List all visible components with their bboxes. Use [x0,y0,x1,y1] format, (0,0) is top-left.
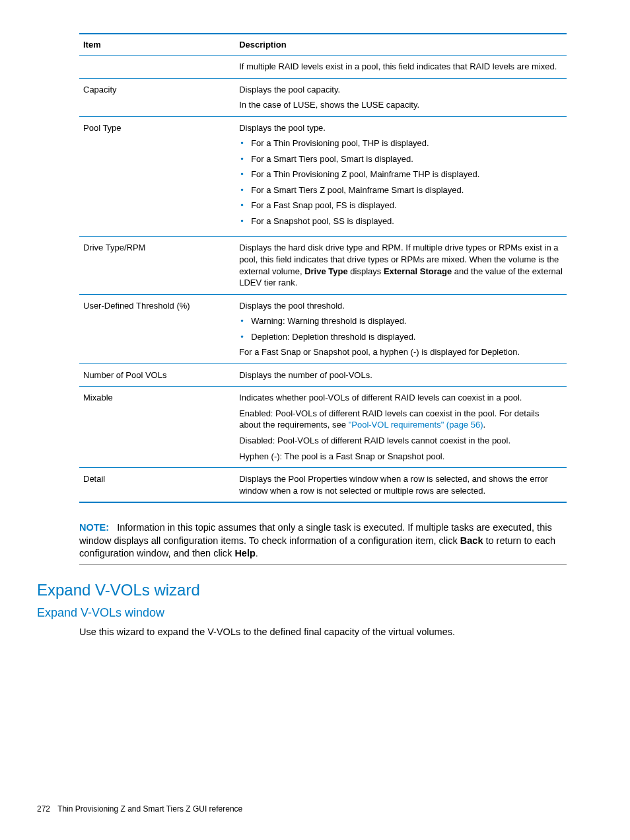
bold-text: Help [234,548,255,558]
cell-desc-line: Indicates whether pool-VOLs of different… [239,392,563,404]
link-text[interactable]: "Pool-VOL requirements" (page 56) [349,420,483,430]
cell-desc: Displays the pool threshold. Warning: Wa… [235,294,567,363]
bold-text: Back [460,535,483,546]
cell-desc-line: Disabled: Pool-VOLs of different RAID le… [239,435,563,447]
section-heading: Expand V-VOLs wizard [37,581,567,599]
cell-item: Mixable [79,387,235,468]
col-header-description: Description [235,34,567,56]
cell-desc-text: displays [348,266,384,276]
cell-item: Number of Pool VOLs [79,363,235,387]
cell-desc-line: Hyphen (-): The pool is a Fast Snap or S… [239,451,563,463]
bullet-list: For a Thin Provisioning pool, THP is dis… [239,137,563,227]
cell-item: Pool Type [79,116,235,237]
cell-desc-line: Enabled: Pool-VOLs of different RAID lev… [239,408,563,431]
cell-desc-line: Displays the pool type. [239,122,563,134]
list-item: Depletion: Depletion threshold is displa… [239,331,563,343]
cell-desc-line: Displays the pool threshold. [239,300,563,312]
list-item: For a Snapshot pool, SS is displayed. [239,215,563,227]
bold-text: External Storage [384,266,452,276]
cell-desc: Displays the pool type. For a Thin Provi… [235,116,567,237]
table-row: Drive Type/RPM Displays the hard disk dr… [79,237,567,294]
body-paragraph: Use this wizard to expand the V-VOLs to … [79,627,567,637]
cell-desc: Indicates whether pool-VOLs of different… [235,387,567,468]
cell-desc-text: . [483,420,486,430]
cell-desc: Displays the pool capacity. In the case … [235,78,567,116]
properties-table: Item Description If multiple RAID levels… [79,33,567,503]
list-item: For a Fast Snap pool, FS is displayed. [239,200,563,211]
table-row: Mixable Indicates whether pool-VOLs of d… [79,387,567,468]
col-header-item: Item [79,34,235,56]
cell-desc-line: In the case of LUSE, shows the LUSE capa… [239,99,563,111]
cell-item: User-Defined Threshold (%) [79,294,235,363]
table-row: Capacity Displays the pool capacity. In … [79,78,567,116]
bullet-list: Warning: Warning threshold is displayed.… [239,315,563,342]
table-row: If multiple RAID levels exist in a pool,… [79,56,567,79]
note-block: NOTE: Information in this topic assumes … [79,521,567,565]
table-row: User-Defined Threshold (%) Displays the … [79,294,567,363]
subsection-heading: Expand V-VOLs window [37,606,567,620]
page-number: 272 [37,804,50,814]
cell-item [79,56,235,79]
list-item: For a Smart Tiers Z pool, Mainframe Smar… [239,184,563,196]
note-text: . [256,548,258,558]
cell-desc-line: For a Fast Snap or Snapshot pool, a hyph… [239,346,563,358]
table-row: Number of Pool VOLs Displays the number … [79,363,567,387]
list-item: For a Thin Provisioning Z pool, Mainfram… [239,169,563,180]
list-item: Warning: Warning threshold is displayed. [239,315,563,327]
cell-desc: Displays the hard disk drive type and RP… [235,237,567,294]
list-item: For a Smart Tiers pool, Smart is display… [239,153,563,165]
cell-desc: Displays the Pool Properties window when… [235,468,567,503]
cell-desc: Displays the number of pool-VOLs. [235,363,567,387]
table-row: Detail Displays the Pool Properties wind… [79,468,567,503]
cell-desc: If multiple RAID levels exist in a pool,… [235,56,567,79]
note-label: NOTE: [79,522,109,533]
list-item: For a Thin Provisioning pool, THP is dis… [239,137,563,149]
table-row: Pool Type Displays the pool type. For a … [79,116,567,237]
bold-text: Drive Type [304,266,348,276]
cell-desc-line: Displays the pool capacity. [239,84,563,96]
footer-title: Thin Provisioning Z and Smart Tiers Z GU… [57,804,242,814]
page-footer: 272 Thin Provisioning Z and Smart Tiers … [37,804,242,814]
cell-item: Detail [79,468,235,503]
cell-item: Drive Type/RPM [79,237,235,294]
cell-item: Capacity [79,78,235,116]
